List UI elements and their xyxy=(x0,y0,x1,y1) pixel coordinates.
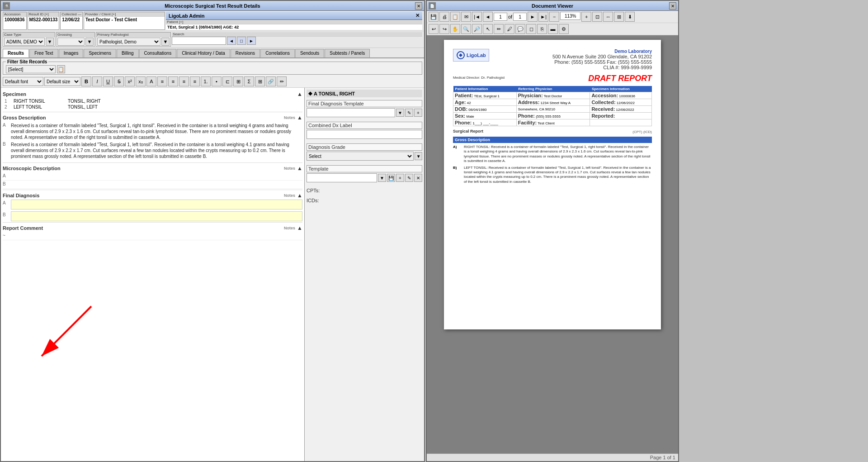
tab-results[interactable]: Results xyxy=(3,49,29,57)
micro-collapse-btn[interactable]: ▲ xyxy=(297,165,302,171)
highlight-button[interactable]: ✏ xyxy=(277,76,287,86)
doc-copy-btn[interactable]: 📋 xyxy=(450,12,460,22)
doc-annotate-btn[interactable]: ✏ xyxy=(494,24,504,34)
doc-thumbnail-btn[interactable]: ⊞ xyxy=(614,12,624,22)
doc-page-total-input[interactable] xyxy=(513,13,527,21)
doc-copy2-btn[interactable]: ⎘ xyxy=(537,24,547,34)
filter-site-select[interactable]: [Select] xyxy=(6,65,56,73)
strikethrough-button[interactable]: S̶ xyxy=(114,76,124,86)
underline-button[interactable]: U xyxy=(103,76,113,86)
final-diag-template-input[interactable] xyxy=(307,108,395,117)
tab-billing[interactable]: Billing xyxy=(117,49,139,57)
doc-download-btn[interactable]: ⬇ xyxy=(625,12,635,22)
final-diag-input-b[interactable] xyxy=(11,211,302,221)
align-right-button[interactable]: ≡ xyxy=(179,76,189,86)
doc-fit-width-btn[interactable]: ↔ xyxy=(603,12,613,22)
template-del-btn[interactable]: ✕ xyxy=(414,174,422,182)
italic-button[interactable]: I xyxy=(92,76,102,86)
bold-button[interactable]: B xyxy=(81,76,91,86)
template-input[interactable] xyxy=(307,173,377,182)
case-type-btn[interactable]: ▼ xyxy=(46,38,54,46)
align-left-button[interactable]: ≡ xyxy=(157,76,167,86)
pathologist-select[interactable]: Pathologist, Demo xyxy=(97,38,160,46)
align-justify-button[interactable]: ≡ xyxy=(190,76,200,86)
tab-consultations[interactable]: Consultations xyxy=(139,49,177,57)
grossing-select[interactable] xyxy=(57,38,85,46)
table-button[interactable]: ⊞ xyxy=(233,76,243,86)
font-size-select[interactable]: Default size xyxy=(44,77,80,86)
doc-first-page-btn[interactable]: |◄ xyxy=(472,12,482,22)
doc-save-btn[interactable]: 💾 xyxy=(429,12,439,22)
template-add-btn[interactable]: + xyxy=(396,174,404,182)
doc-content-area[interactable]: LigoLab Demo Laboratory 500 N Avenue Sui… xyxy=(427,35,678,453)
doc-pan-btn[interactable]: ✋ xyxy=(450,24,460,34)
doc-prev-page-btn[interactable]: ◄ xyxy=(483,12,493,22)
sum-button[interactable]: Σ xyxy=(244,76,254,86)
doc-settings-btn[interactable]: ⚙ xyxy=(559,24,569,34)
final-diag-edit-btn[interactable]: ✎ xyxy=(405,109,413,117)
case-type-select[interactable]: ADMIN, DEMO xyxy=(4,38,45,46)
report-comment-collapse-btn[interactable]: ▲ xyxy=(297,225,302,231)
doc-print-btn[interactable]: 🖨 xyxy=(439,12,449,22)
filter-site-btn[interactable]: 📋 xyxy=(57,65,65,73)
tab-correlations[interactable]: Correlations xyxy=(260,49,295,57)
combined-dx-input[interactable] xyxy=(307,130,422,139)
doc-zoom-out-btn[interactable]: − xyxy=(549,12,559,22)
report-comment-text[interactable] xyxy=(11,232,302,240)
doc-back-btn[interactable]: ↩ xyxy=(429,24,439,34)
doc-comment-btn[interactable]: 💬 xyxy=(515,24,525,34)
doc-shape-btn[interactable]: ◻ xyxy=(526,24,536,34)
final-diag-input-a[interactable] xyxy=(11,200,302,210)
gross-collapse-btn[interactable]: ▲ xyxy=(297,114,302,121)
font-family-select[interactable]: Default font xyxy=(3,77,43,86)
doc-select-btn[interactable]: ↖ xyxy=(483,24,493,34)
final-diag-add-btn[interactable]: + xyxy=(414,109,422,117)
doc-last-page-btn[interactable]: ►| xyxy=(538,12,548,22)
doc-redact-btn[interactable]: ▬ xyxy=(548,24,558,34)
tab-subtests[interactable]: Subtests / Panels xyxy=(325,49,370,57)
doc-next-page-btn[interactable]: ► xyxy=(528,12,538,22)
doc-fit-page-btn[interactable]: ⊡ xyxy=(592,12,602,22)
indent-button[interactable]: ⊏ xyxy=(222,76,232,86)
font-color-button[interactable]: A xyxy=(146,76,156,86)
search-input[interactable] xyxy=(172,37,226,45)
tab-revisions[interactable]: Revisions xyxy=(231,49,260,57)
doc-zoom-input[interactable] xyxy=(560,12,580,20)
final-diag-dropdown-btn[interactable]: ▼ xyxy=(396,109,404,117)
grossing-btn[interactable]: ▼ xyxy=(85,38,94,46)
tab-freetext[interactable]: Free Text xyxy=(29,49,58,57)
final-collapse-btn[interactable]: ▲ xyxy=(297,192,302,199)
micro-text-b[interactable] xyxy=(11,181,302,188)
tab-sendouts[interactable]: Sendouts xyxy=(295,49,324,57)
doc-zoom-in-btn[interactable]: + xyxy=(581,12,591,22)
ligolab-close-button[interactable]: ✕ xyxy=(415,13,420,19)
doc-forward-btn[interactable]: ↪ xyxy=(439,24,449,34)
tab-images[interactable]: Images xyxy=(59,49,84,57)
template-edit-btn[interactable]: ✎ xyxy=(405,174,413,182)
ordered-list-button[interactable]: 1. xyxy=(201,76,211,86)
template-dropdown-btn[interactable]: ▼ xyxy=(378,174,386,182)
nav-mid-button[interactable]: □ xyxy=(237,37,246,45)
link-button[interactable]: 🔗 xyxy=(266,76,276,86)
tab-specimens[interactable]: Specimens xyxy=(84,49,116,57)
nav-prev-button[interactable]: ◄ xyxy=(227,37,236,45)
main-close-button[interactable]: ✕ xyxy=(415,2,422,10)
doc-email-btn[interactable]: ✉ xyxy=(461,12,471,22)
tab-clinicalhistory[interactable]: Clinical History / Data xyxy=(177,49,230,57)
grid-button[interactable]: ⊞ xyxy=(255,76,265,86)
doc-close-button[interactable]: ✕ xyxy=(669,2,676,10)
nav-next-button[interactable]: ► xyxy=(247,37,256,45)
align-center-button[interactable]: ≡ xyxy=(168,76,178,86)
diagnosis-grade-select[interactable]: Select xyxy=(307,152,414,161)
micro-text-a[interactable] xyxy=(11,172,302,180)
doc-zoom-area-btn[interactable]: 🔍 xyxy=(461,24,471,34)
doc-page-input[interactable] xyxy=(494,13,507,21)
pathologist-btn[interactable]: ▼ xyxy=(161,38,170,46)
doc-magnify-btn[interactable]: 🔎 xyxy=(472,24,482,34)
superscript-button[interactable]: x² xyxy=(125,76,135,86)
template-save-btn[interactable]: 💾 xyxy=(387,174,395,182)
unordered-list-button[interactable]: • xyxy=(212,76,222,86)
specimen-collapse-btn[interactable]: ▲ xyxy=(297,91,302,97)
diagnosis-grade-expand-btn[interactable]: ▼ xyxy=(415,152,422,160)
subscript-button[interactable]: x₂ xyxy=(136,76,146,86)
